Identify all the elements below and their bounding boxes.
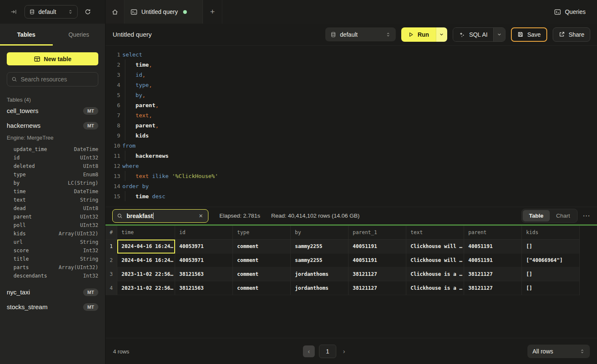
column-item-descendants[interactable]: descendantsInt32 — [7, 272, 98, 280]
home-icon — [111, 8, 119, 16]
sql-ai-options-button[interactable] — [493, 28, 505, 41]
run-button[interactable]: Run — [401, 27, 436, 42]
collapse-sidebar-button[interactable] — [8, 7, 19, 17]
cell[interactable]: 40051191 — [464, 240, 522, 253]
share-button[interactable]: Share — [553, 27, 590, 42]
cell[interactable]: 2024-04-16 16:24… — [117, 253, 175, 267]
page-number-button[interactable]: 1 — [319, 345, 336, 358]
column-item-update_time[interactable]: update_timeDateTime — [7, 145, 98, 154]
column-header-text[interactable]: text — [406, 226, 464, 240]
column-item-dead[interactable]: deadUInt8 — [7, 204, 98, 213]
table-item-nyc_taxi[interactable]: nyc_taxiMT — [7, 285, 98, 299]
cell[interactable]: 2023-11-02 22:56… — [117, 267, 175, 281]
column-item-id[interactable]: idUInt32 — [7, 154, 98, 162]
row-index[interactable]: 4 — [105, 281, 117, 295]
row-index[interactable]: 1 — [105, 240, 117, 253]
cell[interactable]: 40051191 — [348, 253, 406, 267]
column-item-parts[interactable]: partsArray(UInt32) — [7, 263, 98, 272]
table-row: 42023-11-02 22:56…38121563commentjordant… — [105, 281, 580, 295]
cell[interactable]: Clickhouse is a … — [406, 281, 464, 295]
column-header-type[interactable]: type — [233, 226, 291, 240]
next-page-button[interactable]: › — [340, 346, 348, 356]
run-options-button[interactable] — [436, 27, 447, 42]
cell[interactable]: 40053971 — [175, 253, 233, 267]
cell[interactable]: ["40066964"] — [522, 253, 580, 267]
table-item-hackernews[interactable]: hackernewsMT — [7, 119, 98, 132]
row-index[interactable]: 2 — [105, 253, 117, 267]
clear-filter-button[interactable]: ✕ — [198, 212, 204, 220]
table-item-stocks_stream[interactable]: stocks_streamMT — [7, 300, 98, 314]
cell[interactable]: 38121127 — [348, 267, 406, 281]
sidebar-tab-queries[interactable]: Queries — [53, 24, 105, 46]
column-header-#[interactable]: # — [105, 226, 117, 240]
column-header-by[interactable]: by — [291, 226, 348, 240]
cell[interactable]: 40053971 — [175, 240, 233, 253]
cell[interactable]: comment — [233, 281, 291, 295]
cell[interactable]: 40051191 — [348, 240, 406, 253]
cell[interactable]: jordanthoms — [291, 281, 348, 295]
column-header-id[interactable]: id — [175, 226, 233, 240]
column-item-title[interactable]: titleString — [7, 255, 98, 263]
column-item-time[interactable]: timeDateTime — [7, 187, 98, 196]
refresh-button[interactable] — [83, 7, 93, 17]
cell[interactable]: comment — [233, 267, 291, 281]
column-item-text[interactable]: textString — [7, 196, 98, 204]
save-button[interactable]: Save — [511, 27, 547, 42]
token-id: parent — [135, 122, 155, 129]
column-header-parent[interactable]: parent — [464, 226, 522, 240]
column-item-url[interactable]: urlString — [7, 238, 98, 246]
cell[interactable]: Clickhouse will … — [406, 253, 464, 267]
cell[interactable]: 40051191 — [464, 253, 522, 267]
queries-button[interactable]: Queries — [554, 8, 586, 16]
column-header-parent_1[interactable]: parent_1 — [348, 226, 406, 240]
cell[interactable]: comment — [233, 240, 291, 253]
cell[interactable]: 2024-04-16 16:24… — [117, 240, 175, 253]
toggle-chart-view[interactable]: Chart — [550, 210, 576, 221]
home-tab[interactable] — [105, 0, 124, 24]
column-item-kids[interactable]: kidsArray(UInt32) — [7, 229, 98, 238]
column-item-score[interactable]: scoreInt32 — [7, 246, 98, 255]
cell[interactable]: sammy2255 — [291, 240, 348, 253]
column-header-kids[interactable]: kids — [522, 226, 580, 240]
column-item-deleted[interactable]: deletedUInt8 — [7, 162, 98, 170]
token-kw: id — [135, 72, 142, 78]
line-code: select — [122, 51, 142, 58]
prev-page-button[interactable]: ‹ — [303, 345, 315, 357]
cell[interactable]: Clickhouse is a … — [406, 267, 464, 281]
cell[interactable]: 38121127 — [348, 281, 406, 295]
results-filter-input[interactable]: breakfast ✕ — [112, 209, 208, 223]
sql-editor[interactable]: 1select2 time,3 id,4 type,5 by,6 parent,… — [105, 46, 597, 207]
cell[interactable]: comment — [233, 253, 291, 267]
column-item-by[interactable]: byLC(String) — [7, 179, 98, 187]
sidebar-search-input[interactable] — [21, 76, 97, 83]
sidebar-content: New table Tables (4) cell_towersMThacker… — [0, 46, 105, 321]
row-index[interactable]: 3 — [105, 267, 117, 281]
cell[interactable]: 2023-11-02 22:56… — [117, 281, 175, 295]
cell[interactable]: 38121127 — [464, 267, 522, 281]
new-tab-button[interactable]: + — [203, 0, 222, 24]
column-header-time[interactable]: time — [117, 226, 175, 240]
sql-ai-button[interactable]: SQL AI — [453, 28, 493, 41]
tab-untitled-query[interactable]: Untitled query — [124, 0, 203, 24]
cell[interactable]: 38121563 — [175, 267, 233, 281]
cell[interactable]: 38121127 — [464, 281, 522, 295]
cell[interactable]: [] — [522, 281, 580, 295]
table-item-cell_towers[interactable]: cell_towersMT — [7, 104, 98, 118]
column-item-parent[interactable]: parentUInt32 — [7, 213, 98, 221]
cell[interactable]: 38121563 — [175, 281, 233, 295]
column-name: dead — [14, 205, 26, 211]
database-selector-top[interactable]: default — [24, 5, 78, 19]
sidebar-tab-tables[interactable]: Tables — [0, 24, 53, 46]
new-table-button[interactable]: New table — [7, 52, 98, 65]
column-item-type[interactable]: typeEnum8 — [7, 170, 98, 179]
cell[interactable]: [] — [522, 240, 580, 253]
results-more-button[interactable]: ⋯ — [583, 211, 590, 220]
cell[interactable]: Clickhouse will … — [406, 240, 464, 253]
database-selector[interactable]: default — [325, 27, 396, 41]
cell[interactable]: jordanthoms — [291, 267, 348, 281]
cell[interactable]: [] — [522, 267, 580, 281]
page-size-selector[interactable]: All rows — [527, 345, 590, 358]
column-item-poll[interactable]: pollUInt32 — [7, 221, 98, 229]
toggle-table-view[interactable]: Table — [523, 210, 550, 221]
cell[interactable]: sammy2255 — [291, 253, 348, 267]
